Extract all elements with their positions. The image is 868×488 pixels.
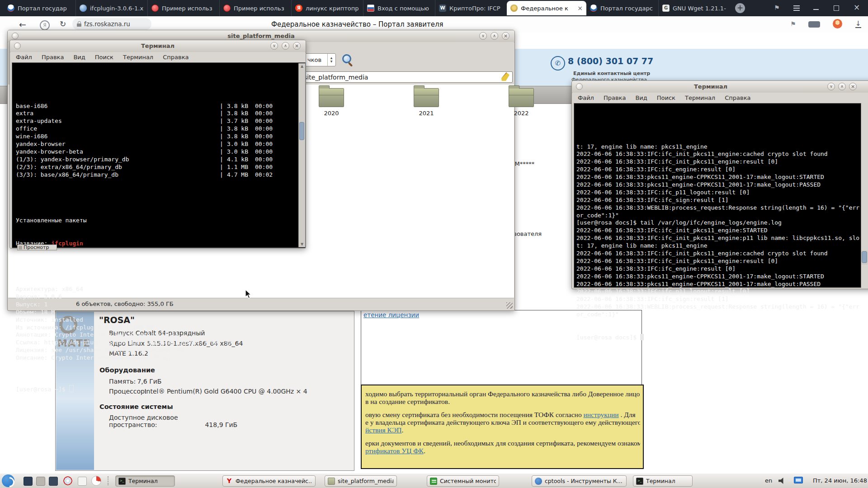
browser-home-icon[interactable] — [40, 20, 50, 30]
notice-link[interactable]: инструкции — [584, 411, 619, 418]
browser-tab[interactable]: линукс криптопр — [291, 0, 363, 16]
menu-item[interactable]: Справка — [163, 54, 189, 61]
menu-item[interactable]: Терминал — [123, 54, 153, 61]
browser-tab[interactable]: GNU Wget 1.21.1- — [658, 0, 730, 16]
extension-flag-icon[interactable] — [790, 20, 796, 28]
browser-tab[interactable]: Федеральное к — [507, 1, 586, 15]
keyboard-layout-indicator[interactable]: en — [765, 477, 772, 484]
menu-item[interactable]: Терминал — [685, 94, 715, 101]
address-bar[interactable]: fzs.roskazna.ru — [72, 18, 151, 30]
menu-item[interactable]: Файл — [16, 54, 32, 61]
menu-item[interactable]: Вид — [635, 94, 647, 101]
license-link[interactable]: етение лицензии — [363, 311, 419, 319]
terminal-right-menubar: ФайлПравкаВидПоискТерминалСправка — [572, 93, 868, 103]
fm-maximize-icon[interactable] — [491, 32, 498, 40]
window-close-icon[interactable] — [854, 3, 860, 12]
browser-tab[interactable]: КриптоПро: IFCP — [435, 0, 507, 16]
terminal-left-menubar: ФайлПравкаВидПоискТерминалСправка — [10, 52, 305, 62]
menu-item[interactable]: Поиск — [95, 54, 113, 61]
tab-title: Пример использ — [234, 5, 288, 12]
fm-zoom-spinner-icon[interactable] — [327, 54, 335, 66]
taskbar-window-button[interactable]: site_platform_media — [325, 475, 397, 487]
tab-favicon-icon — [510, 5, 518, 12]
side-panel-icon[interactable] — [808, 21, 820, 28]
reload-icon[interactable] — [60, 19, 66, 28]
menu-item[interactable]: Поиск — [657, 94, 675, 101]
terminal-left-maximize-icon[interactable] — [282, 42, 289, 50]
fm-shade-icon[interactable] — [479, 32, 487, 40]
terminal-right-maximize-icon[interactable] — [838, 83, 846, 90]
launcher-document-icon[interactable] — [78, 477, 87, 486]
menu-item[interactable]: Правка — [604, 94, 626, 101]
terminal-left-screen[interactable]: base-i686|3.8 kB00:00extra|3.8 kB00:00ex… — [12, 62, 306, 248]
terminal-left-scroll-thumb[interactable] — [299, 122, 304, 140]
launcher-files-icon[interactable] — [36, 477, 45, 486]
network-icon[interactable] — [794, 477, 803, 483]
fm-close-icon[interactable] — [502, 32, 509, 40]
launcher-screenshot-icon[interactable] — [49, 477, 58, 486]
terminal-line: 2022-06-06 16:38:33:IFC:ifc_init_pkcs11_… — [576, 258, 859, 265]
browser-tab[interactable]: Пример использ — [147, 0, 219, 16]
scroll-down-icon[interactable]: ▼ — [299, 242, 305, 246]
taskbar-window-label: site_platform_media — [338, 478, 394, 484]
bookmarks-icon[interactable] — [774, 4, 780, 11]
clock[interactable]: Пт, 24 июн, 16:48 — [813, 477, 867, 484]
notice-link[interactable]: йствия КЭП — [365, 426, 402, 434]
launcher-cryptopro-icon[interactable] — [63, 476, 72, 485]
terminal-window-left[interactable]: Терминал ФайлПравкаВидПоискТерминалСправ… — [9, 40, 306, 249]
browser-tab[interactable]: Портал государс — [586, 0, 658, 16]
terminal-line: 2022-06-06 16:38:33:WEBLIB:process_reque… — [576, 303, 859, 311]
window-minimize-icon[interactable] — [813, 5, 819, 11]
terminal-right-title-bar[interactable]: Терминал — [572, 81, 868, 93]
terminal-right-close-icon[interactable] — [849, 83, 857, 90]
notice-link[interactable]: ртификатов УЦ ФК — [365, 447, 424, 455]
taskbar-window-button[interactable]: Федеральное казначейс... — [222, 475, 316, 487]
terminal-line: 2022-06-06 16:38:33:IFC:ifc_init_pkcs11_… — [576, 250, 859, 258]
taskbar-window-button[interactable]: Системный монитор — [427, 475, 499, 487]
window-maximize-icon[interactable] — [834, 5, 839, 11]
start-menu-icon[interactable] — [2, 474, 14, 487]
scroll-up-icon[interactable]: ▲ — [299, 64, 305, 68]
menu-icon[interactable] — [793, 5, 800, 11]
menu-item[interactable]: Вид — [73, 54, 85, 61]
fm-search-icon[interactable] — [342, 54, 351, 63]
browser-tab[interactable]: Пример использ — [219, 0, 291, 16]
folder-item[interactable]: 2021 — [401, 88, 451, 117]
terminal-prompt: [user@rosa ~]$ — [16, 385, 273, 393]
terminal-left-info-a: Установленные пакеты — [16, 194, 273, 225]
terminal-right-scroll-thumb[interactable] — [862, 251, 867, 263]
taskbar-window-button[interactable]: Терминал — [633, 475, 693, 487]
menu-item[interactable]: Справка — [725, 94, 750, 101]
browser-tab[interactable]: ifcplugin-3.0.6-1.x — [75, 0, 147, 16]
back-icon[interactable] — [19, 19, 26, 29]
downloads-icon[interactable] — [855, 19, 861, 28]
terminal-right-window-menu-icon[interactable] — [576, 83, 583, 90]
terminal-left-scrollbar[interactable]: ▲ ▼ — [298, 63, 305, 247]
launcher-browser-icon[interactable] — [91, 476, 101, 486]
folder-item[interactable]: 2022 — [496, 88, 546, 117]
taskbar-window-button[interactable]: cptools - Инструменты К... — [532, 475, 627, 487]
browser-tab[interactable]: Портал государ — [4, 0, 75, 16]
volume-icon[interactable] — [778, 478, 785, 484]
taskbar-window-button[interactable]: Терминал — [115, 475, 175, 487]
terminal-line: yandex-browser|3.0 kB00:00 — [16, 141, 273, 148]
menu-item[interactable]: Файл — [578, 94, 594, 101]
terminal-left-title-bar[interactable]: Терминал — [10, 40, 306, 52]
fm-resize-grip[interactable] — [506, 302, 513, 309]
terminal-left-close-icon[interactable] — [293, 42, 301, 50]
terminal-right-shade-icon[interactable] — [827, 83, 835, 90]
tab-close-icon[interactable] — [577, 5, 583, 12]
terminal-line: 2022-06-06 16:38:33:IFC:ifc_init_pkcs11_… — [576, 158, 859, 166]
avatar[interactable] — [833, 19, 842, 28]
terminal-left-shade-icon[interactable] — [270, 42, 278, 50]
menu-item[interactable]: Правка — [42, 54, 64, 61]
tab-favicon-icon — [590, 5, 597, 12]
browser-tab[interactable]: Вход с помощью — [363, 0, 435, 16]
notice-line: ерки документов и сведений, необходимых … — [365, 439, 640, 447]
new-tab-button[interactable] — [735, 3, 745, 13]
terminal-window-right[interactable]: Терминал ФайлПравкаВидПоискТерминалСправ… — [571, 80, 868, 289]
tab-title: линукс криптопр — [306, 5, 359, 12]
launcher-monitor-icon[interactable] — [24, 477, 33, 486]
folder-item[interactable]: 2020 — [307, 88, 356, 117]
terminal-right-screen[interactable]: t: 17, engine lib name: pkcs11_engine202… — [574, 103, 861, 288]
